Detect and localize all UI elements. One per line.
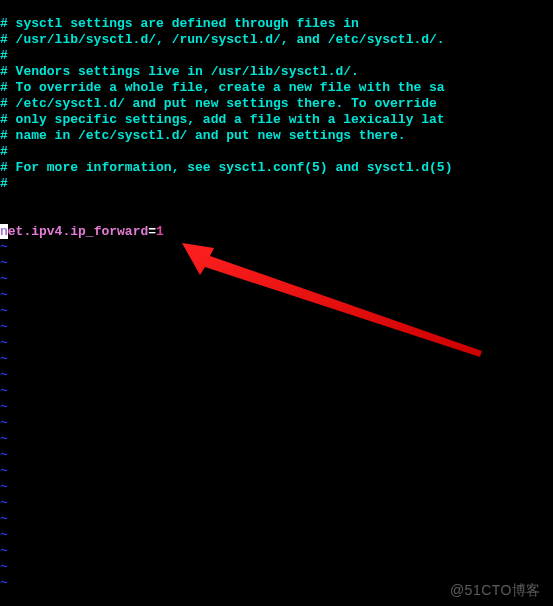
vim-tilde: ~ — [0, 288, 8, 303]
vim-tilde: ~ — [0, 528, 8, 543]
comment-line: # — [0, 144, 8, 159]
comment-line: # For more information, see sysctl.conf(… — [0, 160, 452, 175]
watermark-text: @51CTO博客 — [450, 582, 541, 598]
comment-line: # /usr/lib/sysctl.d/, /run/sysctl.d/, an… — [0, 32, 445, 47]
vim-tilde: ~ — [0, 480, 8, 495]
vim-tilde: ~ — [0, 384, 8, 399]
vim-tilde: ~ — [0, 512, 8, 527]
vim-tilde: ~ — [0, 464, 8, 479]
vim-tilde: ~ — [0, 352, 8, 367]
config-value: 1 — [156, 224, 164, 239]
vim-tilde: ~ — [0, 320, 8, 335]
comment-line: # name in /etc/sysctl.d/ and put new set… — [0, 128, 406, 143]
comment-line: # sysctl settings are defined through fi… — [0, 16, 359, 31]
comment-line: # /etc/sysctl.d/ and put new settings th… — [0, 96, 445, 111]
vim-tilde: ~ — [0, 256, 8, 271]
vim-tilde: ~ — [0, 304, 8, 319]
comment-line: # — [0, 176, 8, 191]
vim-tilde: ~ — [0, 368, 8, 383]
equals-sign: = — [148, 224, 156, 239]
comment-line: # only specific settings, add a file wit… — [0, 112, 445, 127]
vim-tilde: ~ — [0, 560, 8, 575]
comment-line: # Vendors settings live in /usr/lib/sysc… — [0, 64, 359, 79]
vim-tilde: ~ — [0, 272, 8, 287]
vim-tilde: ~ — [0, 448, 8, 463]
terminal-editor[interactable]: # sysctl settings are defined through fi… — [0, 0, 553, 606]
vim-tilde: ~ — [0, 496, 8, 511]
vim-tilde: ~ — [0, 416, 8, 431]
cursor-position: n — [0, 224, 8, 239]
vim-tilde: ~ — [0, 240, 8, 255]
vim-tilde: ~ — [0, 336, 8, 351]
comment-line: # — [0, 48, 8, 63]
vim-tilde: ~ — [0, 576, 8, 591]
vim-tilde: ~ — [0, 544, 8, 559]
vim-tilde: ~ — [0, 432, 8, 447]
comment-line: # To override a whole file, create a new… — [0, 80, 445, 95]
config-line[interactable]: net.ipv4.ip_forward=1 — [0, 224, 164, 239]
vim-tilde: ~ — [0, 400, 8, 415]
config-key: et.ipv4.ip_forward — [8, 224, 148, 239]
